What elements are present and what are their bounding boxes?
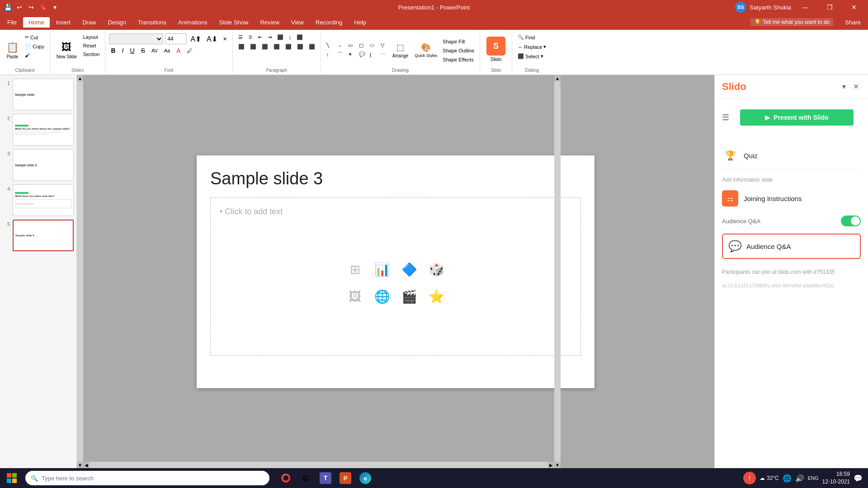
increase-indent-button[interactable]: ⇥ [266,33,274,41]
menu-transitions[interactable]: Transitions [132,17,172,28]
shape-rounded[interactable]: ▢ [357,42,367,49]
insert-online-icon[interactable]: 🌐 [371,286,393,308]
menu-view[interactable]: View [286,17,309,28]
clear-format-button[interactable]: ✕ [221,35,229,43]
slide-thumb-2[interactable]: 2 What do you think about the sample sli… [3,114,74,145]
menu-animations[interactable]: Animations [173,17,212,28]
font-family-select[interactable] [109,33,163,44]
present-with-slido-button[interactable]: ▶ Present with Slido [740,109,854,126]
smart-art-button[interactable]: ⬛ [295,33,305,41]
network-icon[interactable]: 🌐 [783,474,792,483]
redo-icon[interactable]: ↪ [27,3,35,11]
shape-curve[interactable]: ⌒ [335,50,345,59]
text-direction-button[interactable]: ↕ [287,33,293,41]
weather-widget[interactable]: ☁ 32°C [760,475,779,481]
convert-smartart-button[interactable]: ⬛ [307,43,317,51]
minimize-button[interactable]: — [795,0,816,14]
slide-thumbnail-4[interactable]: What does my inbox look like? Type answe… [13,184,74,216]
numbering-button[interactable]: ① [246,33,255,41]
reset-button[interactable]: Reset [81,42,102,49]
slide-thumbnail-3[interactable]: Sample slide 2 [13,149,74,181]
slide-thumb-3[interactable]: 3 Sample slide 2 [3,149,74,181]
decrease-indent-button[interactable]: ⇤ [256,33,264,41]
shape-brace[interactable]: { [368,50,378,59]
align-center-button[interactable]: ⬛ [248,43,258,51]
new-slide-button[interactable]: 🖼 New Slide [54,33,80,67]
slide-thumb-4[interactable]: 4 What does my inbox look like? Type ans… [3,184,74,216]
language-icon[interactable]: ENG [808,475,819,481]
audience-qa-box[interactable]: 💬 Audience Q&A [722,234,861,259]
italic-button[interactable]: I [120,46,126,55]
section-button[interactable]: Section [81,51,102,58]
increase-font-button[interactable]: A⬆ [189,34,203,44]
taskbar-search[interactable]: 🔍 [25,471,269,485]
menu-design[interactable]: Design [103,17,132,28]
menu-draw[interactable]: Draw [77,17,101,28]
right-scrollbar[interactable]: ▲ ▼ [554,75,561,468]
find-button[interactable]: 🔍 Find [516,33,548,41]
scroll-right-down-arrow[interactable]: ▼ [554,462,561,468]
menu-slideshow[interactable]: Slide Show [213,17,254,28]
layout-button[interactable]: Layout [81,33,102,41]
replace-button[interactable]: ↔ Replace ▾ [516,43,548,51]
shape-line[interactable]: ╲ [325,42,335,49]
shape-up-arrow[interactable]: ↑ [325,50,335,59]
scroll-left-arrow[interactable]: ◀ [83,462,90,468]
slide-thumbnail-2[interactable]: What do you think about the sample slide… [13,114,74,145]
insert-chart-icon[interactable]: 📊 [371,259,393,281]
tell-me-search[interactable]: 💡 Tell me what you want to do [750,18,833,26]
vertical-scrollbar[interactable]: ▲ ▼ [77,75,83,468]
char-spacing-button[interactable]: AV [150,47,160,54]
menu-help[interactable]: Help [349,17,372,28]
autosave-icon[interactable]: 🔖 [39,3,47,11]
arrange-button[interactable]: ⬚ Arrange [390,33,411,67]
scroll-up-arrow[interactable]: ▲ [77,75,83,81]
format-painter-button[interactable]: 🖌 [23,52,46,59]
taskview-button[interactable]: ⧉ [297,469,315,487]
paste-button[interactable]: 📋 Paste [4,33,21,67]
menu-recording[interactable]: Recording [310,17,348,28]
hamburger-icon[interactable]: ☰ [722,113,729,122]
shape-callout[interactable]: 💬 [357,50,367,59]
slido-dropdown-button[interactable]: ▾ [840,80,848,93]
scroll-right-arrow[interactable]: ▶ [548,462,554,468]
edge-taskbar-icon[interactable]: e [356,469,374,487]
insert-picture-icon[interactable]: 🖼 [344,286,366,308]
cortana-button[interactable]: ⭕ [277,469,295,487]
slido-ribbon-button[interactable]: S Slido [484,32,508,67]
change-case-button[interactable]: Aa [162,47,172,54]
bullets-button[interactable]: ☰ [236,33,245,41]
shape-tri[interactable]: ▽ [379,42,389,49]
justify-button[interactable]: ⬛ [272,43,282,51]
share-button[interactable]: Share [840,17,866,28]
horizontal-scrollbar[interactable]: ◀ ▶ [83,462,554,468]
volume-icon[interactable]: 🔊 [795,474,804,483]
slido-close-button[interactable]: ✕ [851,80,861,93]
menu-file[interactable]: File [2,17,22,28]
font-color-button[interactable]: A [175,46,182,55]
insert-smartart-icon[interactable]: 🔷 [398,259,420,281]
select-button[interactable]: ⬛ Select ▾ [516,52,548,60]
audience-qa-toggle[interactable] [841,216,861,226]
restore-button[interactable]: ❒ [819,0,840,14]
user-avatar[interactable]: SS [735,2,746,13]
shape-arrow[interactable]: → [335,42,345,49]
notification-icon[interactable]: 💬 [854,474,863,483]
bold-button[interactable]: B [109,46,117,55]
menu-review[interactable]: Review [255,17,285,28]
quick-styles-button[interactable]: 🎨 Quick Styles [412,33,440,67]
content-placeholder[interactable]: • Click to add text ⊞ 📊 🔷 🎲 🖼 🌐 🎬 ⭐ [210,197,581,356]
shape-outline-button[interactable]: Shape Outline [441,47,476,54]
strikethrough-button[interactable]: S [139,46,147,55]
text-highlight-button[interactable]: 🖊 [185,47,194,54]
insert-video-icon[interactable]: 🎬 [398,286,420,308]
powerpoint-taskbar-icon[interactable]: P [336,469,354,487]
customize-icon[interactable]: ▾ [51,3,59,11]
insert-table-icon[interactable]: ⊞ [344,259,366,281]
teams-taskbar-icon[interactable]: T [316,469,335,487]
search-input[interactable] [42,475,264,482]
shape-more[interactable]: ⋯ [379,50,389,59]
slide-thumbnail-5[interactable]: Sample slide 5 [13,220,74,251]
decrease-font-button[interactable]: A⬇ [205,34,219,44]
start-button[interactable] [2,469,22,487]
